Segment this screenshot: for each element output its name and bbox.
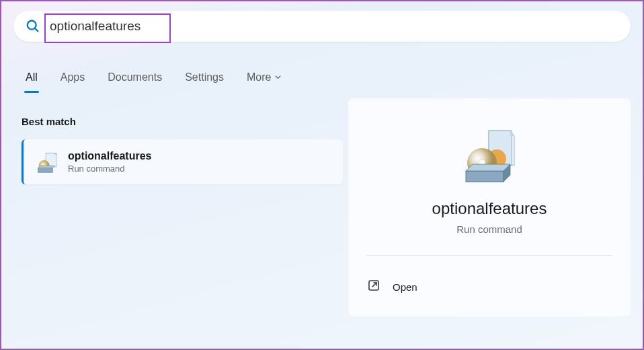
open-icon [367, 279, 380, 295]
svg-marker-7 [38, 166, 55, 168]
svg-rect-13 [466, 171, 504, 182]
detail-panel: optionalfeatures Run command Open [348, 98, 631, 316]
search-result-item[interactable]: optionalfeatures Run command [22, 139, 343, 184]
run-command-icon [36, 151, 58, 174]
svg-line-1 [35, 28, 38, 32]
tab-all[interactable]: All [26, 71, 38, 93]
search-input[interactable] [50, 19, 618, 34]
open-action[interactable]: Open [367, 273, 612, 300]
open-label: Open [393, 281, 417, 293]
detail-title: optionalfeatures [367, 199, 612, 218]
search-bar[interactable] [13, 11, 631, 42]
chevron-down-icon [274, 71, 282, 83]
tab-apps[interactable]: Apps [61, 71, 85, 93]
search-icon [26, 19, 40, 34]
svg-rect-6 [38, 168, 52, 172]
tab-settings[interactable]: Settings [185, 71, 224, 93]
result-subtitle: Run command [68, 164, 331, 174]
result-title: optionalfeatures [68, 150, 331, 162]
svg-line-17 [372, 283, 376, 287]
tab-documents[interactable]: Documents [108, 71, 162, 93]
svg-marker-14 [466, 164, 510, 171]
section-title-best-match: Best match [22, 116, 343, 127]
run-command-icon-large [459, 125, 520, 186]
tab-more[interactable]: More [247, 71, 282, 93]
filter-tabs: All Apps Documents Settings More [13, 71, 631, 93]
tab-more-label: More [247, 71, 271, 83]
detail-subtitle: Run command [367, 223, 612, 256]
